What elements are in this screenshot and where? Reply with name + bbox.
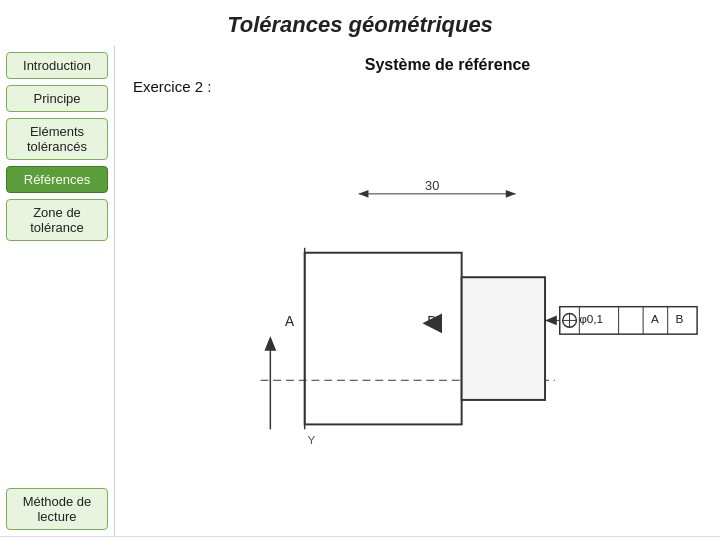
- svg-rect-6: [462, 277, 545, 400]
- tol-b-label: B: [676, 312, 684, 325]
- footer: 26/10/2003 DGELIN 34: [0, 536, 720, 540]
- sidebar-item-principe[interactable]: Principe: [6, 85, 108, 112]
- label-y: Y: [308, 433, 316, 446]
- sidebar-item-elements[interactable]: Eléments tolérancés: [6, 118, 108, 160]
- svg-marker-1: [359, 190, 369, 198]
- system-title: Système de référence: [133, 56, 702, 74]
- phi-symbol: φ0,1: [579, 312, 603, 325]
- sidebar-item-methode[interactable]: Méthode de lecture: [6, 488, 108, 530]
- svg-marker-2: [506, 190, 516, 198]
- exercice-label: Exercice 2 :: [133, 78, 702, 95]
- svg-rect-5: [305, 253, 462, 425]
- sidebar-item-references[interactable]: Références: [6, 166, 108, 193]
- sidebar-item-introduction[interactable]: Introduction: [6, 52, 108, 79]
- main-content: Système de référence Exercice 2 : 30 A B: [115, 46, 720, 536]
- sidebar: Introduction Principe Eléments tolérancé…: [0, 46, 115, 536]
- svg-marker-21: [545, 316, 557, 326]
- svg-marker-11: [264, 336, 276, 351]
- dim-label: 30: [425, 178, 439, 193]
- page-title: Tolérances géométriques: [0, 0, 720, 46]
- diagram-svg: 30 A B Y: [133, 105, 702, 528]
- sidebar-item-zone[interactable]: Zone de tolérance: [6, 199, 108, 241]
- label-a: A: [285, 314, 295, 329]
- sidebar-spacer: [6, 247, 108, 482]
- tol-a-label: A: [651, 312, 659, 325]
- drawing-area: 30 A B Y: [133, 105, 702, 528]
- layout: Introduction Principe Eléments tolérancé…: [0, 46, 720, 536]
